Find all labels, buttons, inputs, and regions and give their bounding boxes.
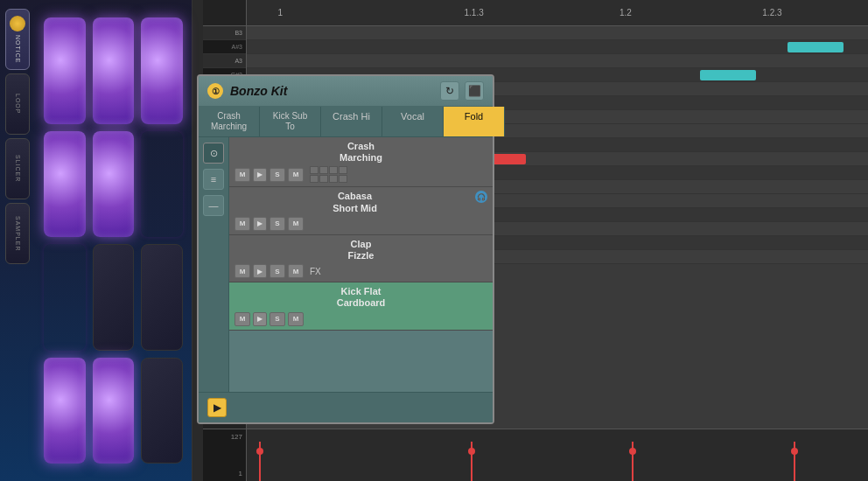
velocity-bars[interactable]: [247, 429, 868, 481]
pad-9[interactable]: [141, 244, 183, 351]
pad-11[interactable]: [93, 358, 135, 464]
piano-key-A#3[interactable]: A#3: [203, 40, 246, 54]
side-button-loop[interactable]: LOOP: [5, 73, 30, 135]
track-mute-button[interactable]: M: [234, 217, 250, 231]
track-mute-button[interactable]: M: [234, 264, 250, 278]
side-button-label: NOTICE: [15, 35, 21, 63]
tab-crash-hi[interactable]: Crash Hi: [321, 107, 382, 136]
note-block-3[interactable]: [788, 42, 844, 52]
track-monitor-button[interactable]: M: [288, 168, 304, 182]
track-headphone-icon: 🎧: [475, 191, 487, 203]
roll-row-A#3: [247, 40, 868, 54]
bonzo-tabs: CrashMarching Kick SubTo Crash Hi Vocal …: [199, 107, 493, 137]
roll-keys-header: [203, 0, 247, 25]
pad-12[interactable]: [141, 358, 183, 464]
tab-crash-marching[interactable]: CrashMarching: [199, 107, 260, 136]
pad-7[interactable]: [44, 244, 86, 351]
track-kick-name: Kick FlatCardboard: [234, 286, 487, 309]
pad-5[interactable]: [93, 131, 135, 238]
fx-label: FX: [310, 267, 321, 276]
track-cabasa-short-mid: CabasaShort Mid 🎧 M ▶ S M: [229, 187, 493, 234]
tab-vocal[interactable]: Vocal: [382, 107, 444, 136]
bonzo-titlebar: ① Bonzo Kit ↻ ⬛: [199, 76, 493, 107]
track-clap-name: ClapFizzle: [234, 239, 487, 261]
bonzo-titlebar-buttons: ↻ ⬛: [440, 81, 484, 101]
bonzo-list-icon[interactable]: ≡: [203, 169, 224, 190]
bonzo-search-icon[interactable]: ⊙: [203, 143, 224, 164]
track-play-button[interactable]: ▶: [253, 217, 267, 231]
bonzo-minus-icon[interactable]: —: [203, 195, 224, 216]
tab-kick-sub[interactable]: Kick SubTo: [260, 107, 321, 136]
tab-fold[interactable]: Fold: [444, 107, 505, 136]
bonzo-refresh-button[interactable]: ↻: [440, 81, 459, 101]
track-kick-flat-cardboard: Kick FlatCardboard M ▶ S M: [229, 282, 493, 330]
note-block-2[interactable]: [700, 70, 756, 80]
bonzo-panel-title: Bonzo Kit: [230, 84, 287, 98]
velocity-max-label: 127: [206, 433, 242, 441]
track-play-button[interactable]: ▶: [253, 168, 267, 182]
timeline-marker-3: 1.2.3: [762, 8, 781, 17]
roll-row-B3: [247, 26, 868, 40]
track-monitor-button[interactable]: M: [288, 312, 304, 326]
side-button-sampler[interactable]: SAMPLER: [5, 203, 30, 264]
pad-6[interactable]: [141, 131, 183, 238]
track-cabasa-controls: M ▶ S M: [234, 217, 487, 231]
pad-10[interactable]: [44, 358, 86, 464]
side-button-indicator: [10, 16, 25, 31]
bonzo-logo: ①: [207, 83, 223, 99]
side-button-notice[interactable]: NOTICE: [5, 9, 30, 70]
timeline-marker-2: 1.2: [620, 8, 632, 17]
side-button-label: SLICER: [15, 155, 21, 182]
track-play-button[interactable]: ▶: [253, 264, 267, 278]
track-pad-mini-grid: [310, 166, 347, 183]
track-monitor-button[interactable]: M: [288, 264, 304, 278]
bonzo-tracks: CrashMarching M ▶ S M CabasaShort Mid: [229, 137, 493, 392]
pad-2[interactable]: [93, 17, 135, 124]
track-play-button[interactable]: ▶: [253, 312, 267, 326]
pad-4[interactable]: [44, 131, 86, 238]
bonzo-title-area: ① Bonzo Kit: [207, 83, 287, 99]
track-kick-controls: M ▶ S M: [234, 312, 487, 326]
velocity-lane: 127 1: [203, 429, 868, 481]
side-button-label: LOOP: [15, 94, 21, 114]
track-solo-button[interactable]: S: [270, 168, 285, 182]
velocity-dot-2: [629, 448, 636, 455]
bonzo-sidebar: ⊙ ≡ —: [199, 137, 229, 392]
piano-key-B3[interactable]: B3: [203, 26, 246, 40]
velocity-dot-0: [256, 448, 263, 455]
track-crash-marching-controls: M ▶ S M: [234, 166, 487, 183]
track-cabasa-name: CabasaShort Mid: [234, 191, 475, 213]
bonzo-panel: ① Bonzo Kit ↻ ⬛ CrashMarching Kick SubTo…: [197, 74, 494, 424]
track-clap-fizzle: ClapFizzle M ▶ S M FX: [229, 235, 493, 282]
roll-header: 11.1.31.21.2.3: [203, 0, 868, 26]
bonzo-close-button[interactable]: ⬛: [465, 81, 484, 101]
pad-grid: [35, 0, 192, 481]
velocity-dot-1: [468, 448, 475, 455]
pad-controller: NOTICELOOPSLICERSAMPLER: [0, 0, 192, 481]
track-crash-marching-name: CrashMarching: [234, 141, 487, 164]
pad-8[interactable]: [93, 244, 135, 351]
side-button-slicer[interactable]: SLICER: [5, 138, 30, 199]
pad-3[interactable]: [141, 17, 183, 124]
bonzo-bottom-bar: ▶: [199, 392, 493, 422]
roll-timeline: 11.1.31.21.2.3: [247, 0, 868, 25]
bonzo-play-button[interactable]: ▶: [207, 398, 227, 417]
velocity-dot-3: [791, 448, 798, 455]
track-mute-button[interactable]: M: [234, 312, 250, 326]
track-solo-button[interactable]: S: [270, 264, 285, 278]
roll-row-A3: [247, 54, 868, 68]
track-crash-marching: CrashMarching M ▶ S M: [229, 137, 493, 187]
timeline-marker-1: 1.1.3: [465, 8, 484, 17]
track-mute-button[interactable]: M: [234, 168, 250, 182]
track-monitor-button[interactable]: M: [288, 217, 304, 231]
side-button-label: SAMPLER: [15, 216, 21, 251]
velocity-keys: 127 1: [203, 429, 247, 481]
piano-key-A3[interactable]: A3: [203, 54, 246, 68]
track-clap-controls: M ▶ S M FX: [234, 264, 487, 278]
track-solo-button[interactable]: S: [270, 217, 285, 231]
track-solo-button[interactable]: S: [270, 312, 285, 326]
pad-1[interactable]: [44, 17, 86, 124]
timeline-marker-0: 1: [278, 8, 284, 17]
side-buttons: NOTICELOOPSLICERSAMPLER: [0, 0, 35, 481]
bonzo-body: ⊙ ≡ — CrashMarching M ▶ S M: [199, 137, 493, 392]
